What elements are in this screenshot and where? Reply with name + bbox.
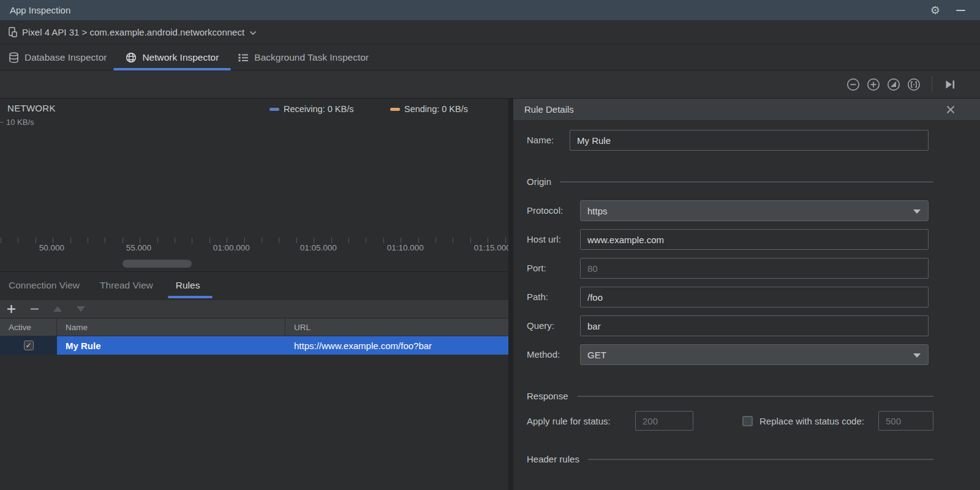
chart-title: NETWORK xyxy=(7,103,56,113)
tab-connection-view[interactable]: Connection View xyxy=(9,272,80,299)
replace-status-input[interactable] xyxy=(878,411,933,431)
zoom-to-selection-button[interactable] xyxy=(907,78,921,91)
timeline-tick xyxy=(470,238,471,243)
rules-table-header: Active Name URL xyxy=(0,318,508,336)
tab-rules[interactable]: Rules xyxy=(176,272,200,299)
title-bar: App Inspection ⚙ xyxy=(0,0,980,20)
gear-icon[interactable]: ⚙ xyxy=(930,5,940,16)
network-inspector-pane: NETWORK Receiving: 0 KB/s Sending: 0 KB/… xyxy=(0,99,508,490)
column-header-name[interactable]: Name xyxy=(57,318,285,336)
timeline-tick xyxy=(262,238,262,243)
port-label: Port: xyxy=(527,263,546,273)
rule-url-cell[interactable]: https://www.example.com/foo?bar xyxy=(285,336,508,355)
section-divider xyxy=(588,459,933,460)
port-input[interactable] xyxy=(580,258,929,279)
timeline-tick xyxy=(296,238,297,243)
timeline-tick xyxy=(105,238,105,243)
tab-network-inspector[interactable]: Network Inspector xyxy=(126,45,219,70)
phone-device-icon xyxy=(7,26,19,38)
timeline-tick xyxy=(209,238,210,243)
legend-sending-label: Sending: 0 KB/s xyxy=(404,104,468,114)
query-label: Query: xyxy=(527,320,554,331)
name-label: Name: xyxy=(527,135,554,145)
replace-status-checkbox[interactable] xyxy=(742,416,753,426)
database-icon xyxy=(9,52,19,63)
process-label: Pixel 4 API 31 > com.example.android.net… xyxy=(22,27,244,37)
add-rule-button[interactable] xyxy=(6,304,16,314)
inspector-tabs: Database Inspector Network Inspector Bac… xyxy=(0,45,980,70)
origin-section-header: Origin xyxy=(527,176,933,187)
timeline-tick-label: 55.000 xyxy=(126,243,151,252)
zoom-out-button[interactable] xyxy=(846,78,860,91)
y-axis-label: 10 KB/s xyxy=(0,118,34,127)
toolbar-separator xyxy=(932,77,932,92)
timeline-tick xyxy=(453,238,453,243)
close-icon[interactable] xyxy=(946,105,956,115)
jump-to-live-button[interactable] xyxy=(943,78,957,91)
tab-database-inspector[interactable]: Database Inspector xyxy=(9,45,107,70)
method-label: Method: xyxy=(527,349,560,360)
globe-icon xyxy=(126,52,137,63)
timeline-tick xyxy=(70,238,71,243)
name-input[interactable] xyxy=(570,130,929,151)
move-down-button[interactable] xyxy=(76,304,86,314)
timeline-tick xyxy=(383,238,384,243)
rule-active-checkbox[interactable]: ✓ xyxy=(24,341,34,350)
column-header-active[interactable]: Active xyxy=(0,318,57,336)
chevron-down-icon xyxy=(913,353,921,358)
panel-title: Rule Details xyxy=(524,104,574,115)
column-header-url[interactable]: URL xyxy=(285,318,508,336)
minimize-icon[interactable] xyxy=(956,10,965,11)
timeline-tick xyxy=(418,238,419,243)
host-label: Host url: xyxy=(527,234,561,244)
host-input[interactable] xyxy=(580,229,929,250)
timeline-tick xyxy=(349,238,349,243)
protocol-dropdown[interactable]: https xyxy=(580,200,929,221)
arrow-up-icon xyxy=(53,306,62,312)
path-input[interactable] xyxy=(580,287,929,307)
rule-active-cell[interactable]: ✓ xyxy=(0,336,57,355)
timeline-tick xyxy=(488,238,488,243)
query-input[interactable] xyxy=(580,315,929,336)
origin-heading: Origin xyxy=(527,176,551,187)
timeline-tick xyxy=(401,238,401,243)
rule-name-cell[interactable]: My Rule xyxy=(57,336,285,355)
rule-details-panel: Rule Details Name: Origin Protocol: http… xyxy=(513,99,980,490)
path-label: Path: xyxy=(527,292,548,302)
arrow-down-icon xyxy=(77,306,85,312)
timeline-tick xyxy=(227,238,227,243)
section-divider xyxy=(577,396,933,397)
move-up-button[interactable] xyxy=(53,304,62,314)
tab-thread-view[interactable]: Thread View xyxy=(100,272,153,299)
timeline-tick xyxy=(505,238,506,243)
timeline-axis-labels: 50.00055.00001:00.00001:05.00001:10.0000… xyxy=(0,243,508,253)
apply-status-input[interactable] xyxy=(635,411,693,431)
timeline-tick xyxy=(331,238,332,243)
process-selector-bar[interactable]: Pixel 4 API 31 > com.example.android.net… xyxy=(0,20,980,44)
chevron-down-icon xyxy=(249,31,257,36)
sending-marker-icon xyxy=(390,108,400,111)
response-section-header: Response xyxy=(527,391,933,401)
table-row[interactable]: ✓ My Rule https://www.example.com/foo?ba… xyxy=(0,336,508,355)
timeline-tick xyxy=(244,238,245,243)
timeline-tick xyxy=(157,238,158,243)
timeline-tick-label: 01:00.000 xyxy=(213,243,250,252)
tab-background-task-inspector[interactable]: Background Task Inspector xyxy=(238,45,369,70)
timeline-tick xyxy=(175,238,175,243)
section-divider xyxy=(560,181,933,183)
legend-sending: Sending: 0 KB/s xyxy=(390,104,468,114)
method-dropdown[interactable]: GET xyxy=(580,344,929,365)
reset-zoom-button[interactable] xyxy=(887,78,900,91)
window-title: App Inspection xyxy=(10,5,70,15)
remove-rule-button[interactable] xyxy=(29,304,39,314)
timeline-scrollbar[interactable] xyxy=(123,260,192,268)
pane-splitter[interactable] xyxy=(508,99,513,490)
chevron-down-icon xyxy=(913,209,921,214)
timeline-tick-label: 01:05.000 xyxy=(300,243,337,252)
zoom-in-button[interactable] xyxy=(867,78,880,91)
header-rules-section-header: Header rules xyxy=(527,454,933,464)
response-heading: Response xyxy=(527,391,568,401)
timeline-tick xyxy=(314,238,314,243)
tab-label: Background Task Inspector xyxy=(254,52,369,63)
view-tabs: Connection View Thread View Rules xyxy=(0,272,508,299)
